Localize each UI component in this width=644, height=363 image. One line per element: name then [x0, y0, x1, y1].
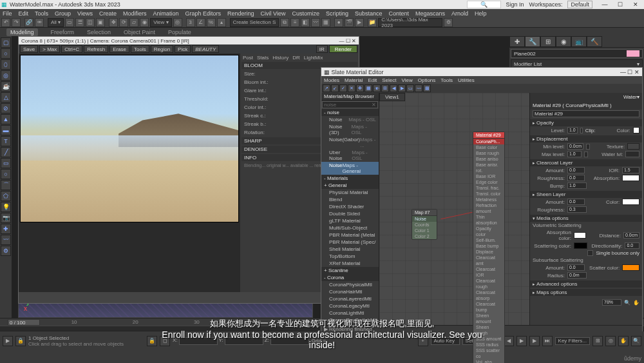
scale-button[interactable]: ▱	[129, 18, 138, 27]
create-tube-icon[interactable]: ⊘	[1, 103, 11, 113]
level-spinner[interactable]: 1.0	[567, 127, 578, 133]
x-coord-input[interactable]	[179, 337, 218, 345]
multisub-item[interactable]: Multi/Sub-Object	[321, 224, 379, 231]
scanline-cat[interactable]: + Scanline	[321, 267, 379, 274]
material-node[interactable]: Material #29 CoronaPh... Base color Base…	[473, 132, 505, 363]
pbrspec-item[interactable]: PBR Material (Spec/	[321, 239, 379, 246]
sme-hide-button[interactable]: 👁	[373, 84, 381, 92]
mirror-button[interactable]: ⧉	[280, 18, 289, 27]
menu-arnold[interactable]: Arnold	[451, 10, 468, 17]
cfb-maximize[interactable]: ☐	[346, 38, 350, 44]
cfb-ctrlc-button[interactable]: Ctrl+C	[61, 45, 82, 53]
named-selection[interactable]: Create Selection S	[230, 18, 279, 27]
percent-snap-button[interactable]: %	[207, 18, 216, 27]
menu-help[interactable]: Help	[475, 10, 487, 17]
cfb-tools-button[interactable]: Tools	[131, 45, 149, 53]
placement-button[interactable]: ◉	[140, 18, 149, 27]
corona-cat[interactable]: - Corona	[321, 274, 379, 281]
cc-absorp-swatch[interactable]	[622, 175, 639, 181]
render-frame-button[interactable]: ▶	[355, 18, 364, 27]
create-pyramid-icon[interactable]: ▲	[1, 114, 11, 124]
cfb-erase-button[interactable]: Erase	[109, 45, 129, 53]
blend-item[interactable]: Blend	[321, 196, 379, 203]
nav-dropdown[interactable]: Water ▾	[530, 93, 642, 101]
ribbon-selection[interactable]: Selection	[87, 29, 111, 35]
sme-node-graph[interactable]: View1 Map #7 Noise Coords Color 1 Color …	[379, 93, 529, 325]
cfb-tab-history[interactable]: History	[271, 55, 290, 61]
noise-gabor-item[interactable]: Noise(Gabor)Maps - ...	[321, 136, 379, 149]
project-path[interactable]: C:\Users\...\3ds Max 2023	[378, 18, 442, 27]
noise3d-item[interactable]: Noise (3D)Maps - OSL	[321, 123, 379, 136]
general-cat[interactable]: + General	[321, 182, 379, 189]
uber-noise-item[interactable]: Uber NoiseMaps - OSL	[321, 149, 379, 162]
clip-check[interactable]	[580, 128, 583, 133]
modify-tab[interactable]: 🔧	[525, 36, 540, 47]
minimize-button[interactable]: —	[598, 1, 612, 8]
waterlvl-spinner[interactable]	[625, 151, 639, 157]
menu-group[interactable]: Group	[55, 10, 71, 17]
browser-search[interactable]: noise ✕	[322, 101, 378, 108]
create-sphere-icon[interactable]: ○	[1, 48, 11, 59]
sme-prev-button[interactable]: ◀	[390, 84, 397, 92]
sme-menu-material[interactable]: Material	[345, 77, 363, 83]
sme-show-button[interactable]: ⊞	[381, 84, 389, 92]
sme-maximize[interactable]: ☐	[627, 69, 632, 75]
select-name-button[interactable]: ☰	[75, 18, 84, 27]
undo-button[interactable]: ↶	[1, 18, 10, 27]
viewport-nav-2[interactable]: ◎	[605, 336, 616, 346]
autokey-button[interactable]: Auto Key	[431, 337, 460, 345]
viewport-nav-1[interactable]: ⊞	[592, 336, 603, 346]
materials-cat[interactable]: - Materials	[321, 175, 379, 182]
cc-amount-spinner[interactable]: 0.0	[567, 167, 585, 173]
menu-create[interactable]: Create	[99, 10, 117, 17]
menu-animation[interactable]: Animation	[153, 10, 178, 17]
pbrmetal-item[interactable]: PBR Material (Metal	[321, 231, 379, 239]
pan-icon[interactable]: ✋	[633, 300, 639, 306]
workspaces-dropdown[interactable]: Default	[567, 1, 592, 8]
close-button[interactable]: ✕	[629, 1, 643, 8]
texture-slot[interactable]	[627, 143, 639, 150]
ribbon-objectpaint[interactable]: Object Paint	[124, 29, 155, 35]
selection-lock-button[interactable]: ◻	[160, 336, 170, 346]
create-cone-icon[interactable]: △	[1, 92, 11, 103]
sme-move-button[interactable]: ✥	[356, 84, 364, 92]
display-tab[interactable]: 📺	[571, 36, 587, 47]
snap-button[interactable]: 3	[186, 18, 195, 27]
y-coord-input[interactable]	[225, 337, 263, 345]
directx-item[interactable]: DirectX Shader	[321, 203, 379, 210]
sme-menu-tools[interactable]: Tools	[440, 77, 453, 83]
menu-customize[interactable]: Customize	[292, 10, 319, 17]
corona-light-item[interactable]: CoronaLightMtl	[321, 309, 379, 317]
create-tab[interactable]: ✚	[509, 36, 525, 47]
refcoord-dropdown[interactable]: View ▾	[150, 18, 171, 27]
menu-tools[interactable]: Tools	[35, 10, 48, 17]
align-button[interactable]: ≡	[290, 18, 299, 27]
shell-item[interactable]: Shell Material	[321, 246, 379, 253]
select-button[interactable]: ▭	[65, 18, 74, 27]
corona-legacy-item[interactable]: CoronaLegacyMtl	[321, 302, 379, 309]
cfb-save-button[interactable]: Save	[20, 45, 38, 53]
sme-menu-select[interactable]: Select	[382, 77, 396, 83]
cfb-tab-lightmix[interactable]: LightMix	[303, 55, 325, 61]
cc-rough-spinner[interactable]: 0.0	[567, 175, 585, 181]
waterlvl-check[interactable]	[584, 152, 589, 157]
lock-button[interactable]: 🔒	[15, 336, 26, 346]
angle-snap-button[interactable]: ∠	[196, 18, 205, 27]
isolate-button[interactable]: 🔒	[147, 336, 157, 346]
filter-dropdown[interactable]: All ▾	[48, 18, 64, 27]
play-button[interactable]: ▶	[516, 336, 527, 346]
create-torus-icon[interactable]: ◎	[1, 70, 11, 81]
sme-bg-button[interactable]: ▩	[423, 84, 431, 92]
ss-amount-spinner[interactable]: 0.0	[567, 264, 585, 271]
media-section[interactable]: Media options	[530, 215, 642, 222]
cfb-region-button[interactable]: Region	[151, 45, 173, 53]
rotate-button[interactable]: ⟳	[119, 18, 128, 27]
helper-icon[interactable]: ✚	[1, 224, 11, 234]
sme-close[interactable]: ✕	[634, 69, 639, 75]
menu-file[interactable]: File	[3, 10, 12, 17]
cfb-tab-post[interactable]: Post	[242, 55, 254, 61]
next-frame-button[interactable]: ▶	[529, 336, 540, 346]
cfb-render-button[interactable]: Render	[329, 45, 357, 53]
menu-scripting[interactable]: Scripting	[326, 10, 348, 17]
noise-osl-item[interactable]: NoiseMaps - OSL	[321, 116, 379, 123]
